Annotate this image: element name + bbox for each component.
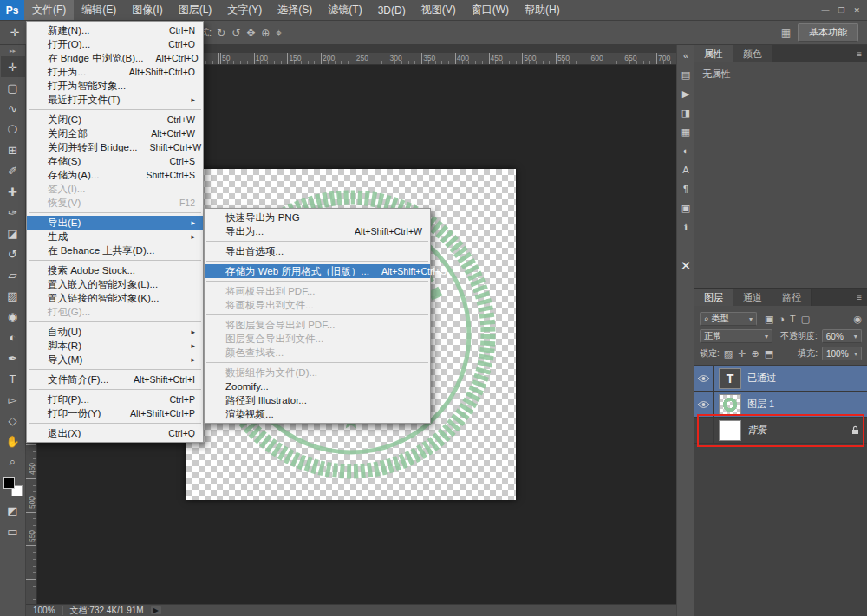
menu-item[interactable]: 在 Bridge 中浏览(B)... Alt+Ctrl+O [27, 51, 203, 65]
lasso-tool-icon[interactable]: ∿ [1, 98, 25, 119]
clone-stamp-tool-icon[interactable]: ◪ [1, 223, 25, 243]
filter-adjustment-layers-icon[interactable]: ◑ [779, 314, 785, 325]
menu-item[interactable]: 新建(N)... Ctrl+N [27, 23, 203, 37]
menu-item[interactable]: Zoomify... [205, 379, 430, 393]
layer-row-text[interactable]: T 已通过 [694, 366, 867, 392]
menu-item[interactable]: 数据组作为文件(D)... [205, 366, 430, 379]
zoom-level[interactable]: 100% [33, 606, 55, 615]
menu-file[interactable]: 文件(F) [24, 0, 74, 20]
eraser-tool-icon[interactable]: ▱ [1, 264, 25, 285]
menu-item[interactable]: 存储为(A)... Shift+Ctrl+S [27, 168, 203, 182]
menu-image[interactable]: 图像(I) [124, 0, 170, 20]
menu-type[interactable]: 文字(Y) [219, 0, 270, 20]
visibility-toggle[interactable] [694, 418, 714, 443]
3d-rotate-icon[interactable]: ↻ [217, 27, 225, 39]
filter-pixel-layers-icon[interactable]: ▣ [765, 314, 773, 325]
menu-item[interactable]: 渲染视频... [205, 407, 430, 421]
brush-tool-icon[interactable]: ✑ [1, 202, 25, 223]
visibility-toggle[interactable] [694, 392, 714, 417]
history-brush-tool-icon[interactable]: ↺ [1, 243, 25, 264]
type-tool-icon[interactable]: T [1, 368, 25, 389]
menu-item[interactable]: 搜索 Adobe Stock... [27, 263, 203, 277]
layer-thumbnail[interactable] [719, 394, 741, 415]
menu-item[interactable]: 打印(P)... Ctrl+P [27, 392, 203, 406]
path-selection-tool-icon[interactable]: ▻ [1, 389, 25, 410]
lock-all-icon[interactable]: ⬒ [765, 348, 773, 360]
menu-item[interactable]: 快速导出为 PNG [205, 211, 430, 224]
menu-item[interactable]: 打印一份(Y) Alt+Shift+Ctrl+P [27, 406, 203, 420]
close-window-icon[interactable]: ✕ [853, 6, 860, 15]
menu-item[interactable]: 导入(M) [27, 353, 203, 366]
quick-selection-tool-icon[interactable]: ❍ [1, 119, 25, 139]
screen-mode-icon[interactable]: ▭ [1, 521, 25, 541]
menu-item[interactable]: 将图层复合导出到 PDF... [205, 318, 430, 332]
panel-menu-icon[interactable]: ≡ [857, 45, 867, 62]
layer-filter-kind-select[interactable]: ⌕ 类型 [700, 312, 757, 326]
lock-transparency-icon[interactable]: ▨ [724, 348, 733, 360]
menu-help[interactable]: 帮助(H) [517, 0, 568, 20]
menu-view[interactable]: 视图(V) [414, 0, 464, 20]
panel-menu-icon[interactable]: ≡ [857, 289, 867, 306]
menu-item[interactable]: 脚本(R) [27, 339, 203, 353]
foreground-color-swatch[interactable] [3, 477, 15, 489]
menu-item[interactable]: 自动(U) [27, 325, 203, 339]
3d-scale-icon[interactable]: ⌖ [276, 27, 282, 39]
tab-paths[interactable]: 路径 [772, 289, 812, 306]
menu-edit[interactable]: 编辑(E) [74, 0, 124, 20]
menu-layer[interactable]: 图层(L) [171, 0, 220, 20]
filter-shape-layers-icon[interactable]: ▢ [801, 314, 810, 325]
color-swatches[interactable] [3, 477, 23, 496]
close-icon[interactable]: ✕ [681, 258, 692, 274]
menu-select[interactable]: 选择(S) [270, 0, 320, 20]
restore-icon[interactable]: ❐ [838, 6, 844, 15]
menu-window[interactable]: 窗口(W) [464, 0, 517, 20]
menu-item[interactable]: 恢复(V) F12 [27, 196, 203, 210]
menu-item[interactable]: 打开为... Alt+Shift+Ctrl+O [27, 65, 203, 79]
visibility-toggle[interactable] [694, 366, 714, 391]
quick-mask-icon[interactable]: ◩ [1, 500, 25, 521]
zoom-tool-icon[interactable]: ⌕ [1, 451, 25, 472]
menu-item[interactable]: 将画板导出到文件... [205, 298, 430, 312]
gradient-tool-icon[interactable]: ▨ [1, 285, 25, 306]
tab-properties[interactable]: 属性 [694, 45, 733, 62]
menu-item[interactable]: 路径到 Illustrator... [205, 393, 430, 407]
fill-select[interactable]: 100% [822, 347, 862, 360]
3d-pan-icon[interactable]: ✥ [246, 27, 255, 39]
menu-item[interactable]: 关闭全部 Alt+Ctrl+W [27, 126, 203, 140]
menu-item[interactable]: 最近打开文件(T) [27, 93, 203, 107]
paragraph-panel-icon[interactable]: ¶ [678, 180, 694, 198]
tab-channels[interactable]: 通道 [733, 289, 772, 306]
menu-item[interactable]: 关闭并转到 Bridge... Shift+Ctrl+W [27, 140, 203, 154]
styles-panel-icon[interactable]: ◨ [678, 104, 694, 121]
workspace-grid-icon[interactable]: ▦ [781, 27, 791, 39]
workspace-button[interactable]: 基本功能 [798, 23, 858, 42]
actions-panel-icon[interactable]: ▶ [678, 85, 694, 102]
menu-item[interactable]: 导出为... Alt+Shift+Ctrl+W [205, 224, 430, 238]
marquee-tool-icon[interactable]: ▢ [1, 77, 25, 98]
menu-item[interactable]: 图层复合导出到文件... [205, 332, 430, 346]
info-panel-icon[interactable]: ℹ [678, 218, 694, 236]
3d-slide-icon[interactable]: ⊕ [261, 27, 270, 39]
layer-row-image[interactable]: 图层 1 [694, 392, 867, 418]
3d-roll-icon[interactable]: ↺ [231, 27, 240, 39]
character-panel-icon[interactable]: A [678, 161, 694, 178]
menu-item[interactable]: 颜色查找表... [205, 346, 430, 360]
current-tool-icon[interactable]: ✛ [0, 26, 29, 39]
menu-item[interactable]: 打开(O)... Ctrl+O [27, 37, 203, 51]
dodge-tool-icon[interactable]: ◐ [1, 327, 25, 347]
menu-item[interactable]: 置入链接的智能对象(K)... [27, 291, 203, 305]
hand-tool-icon[interactable]: ✋ [1, 431, 25, 451]
menu-item[interactable]: 退出(X) Ctrl+Q [27, 426, 203, 440]
menu-item[interactable]: 在 Behance 上共享(D)... [27, 243, 203, 257]
lock-pixels-icon[interactable]: ✛ [738, 348, 746, 360]
tab-color[interactable]: 颜色 [733, 45, 772, 62]
collapse-tools-icon[interactable]: ▸▸ [10, 45, 16, 56]
menu-item[interactable]: 存储(S) Ctrl+S [27, 154, 203, 168]
filter-type-layers-icon[interactable]: T [790, 314, 796, 325]
menu-item[interactable]: 将画板导出到 PDF... [205, 284, 430, 298]
blur-tool-icon[interactable]: ◉ [1, 306, 25, 327]
menu-item[interactable]: 关闭(C) Ctrl+W [27, 113, 203, 126]
filter-toggle-icon[interactable]: ◉ [853, 314, 862, 325]
menu-item-export[interactable]: 导出(E) [27, 216, 203, 230]
lock-position-icon[interactable]: ⊕ [751, 348, 759, 360]
